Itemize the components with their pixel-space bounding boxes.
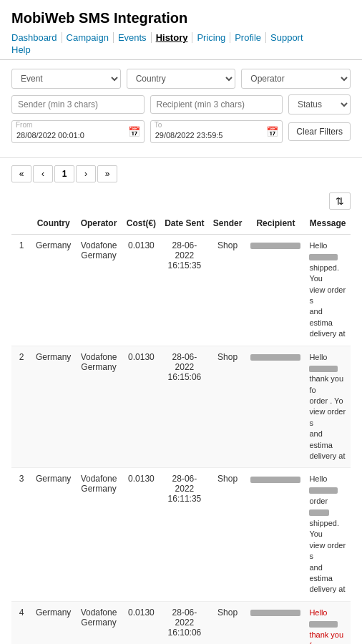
col-country: Country <box>31 213 75 235</box>
row-recipient <box>246 601 305 644</box>
row-message: Hello shipped. Youview order sand estima… <box>305 235 351 346</box>
app-title: MobiWeb SMS Integration <box>11 10 351 26</box>
row-operator: Vodafone Germany <box>75 235 122 346</box>
col-sender: Sender <box>209 213 247 235</box>
row-num: 4 <box>11 601 31 644</box>
row-recipient <box>246 468 305 601</box>
sort-button[interactable]: ⇅ <box>329 192 351 210</box>
row-sender: Shop <box>209 601 247 644</box>
page-first-button[interactable]: « <box>11 165 31 182</box>
row-message: Hello thank you foorder . Yview order sa… <box>305 601 351 644</box>
msg-prefix: Hello <box>309 608 327 617</box>
row-sender: Shop <box>209 346 247 468</box>
msg-prefix: Hello <box>309 353 327 361</box>
table-row: 3 Germany Vodafone Germany 0.0130 28-06-… <box>11 468 351 601</box>
msg-line: order <box>309 497 328 505</box>
redacted-text <box>309 254 338 260</box>
row-date: 28-06-202216:15:06 <box>160 346 209 468</box>
nav-campaign[interactable]: Campaign <box>62 32 114 43</box>
status-select[interactable]: Status <box>288 94 351 114</box>
recipient-redacted <box>250 610 300 616</box>
row-country: Germany <box>31 468 75 601</box>
nav-dashboard[interactable]: Dashboard <box>11 32 62 43</box>
msg-line: and estima <box>309 429 332 449</box>
event-select[interactable]: Event <box>11 69 121 89</box>
nav-row2: Help <box>11 44 351 55</box>
nav-help[interactable]: Help <box>11 44 35 55</box>
from-calendar-icon[interactable]: 📅 <box>128 126 140 137</box>
msg-line: thank you fo <box>309 374 343 394</box>
col-operator: Operator <box>75 213 122 235</box>
msg-line: delivery at <box>309 452 345 460</box>
nav-pricing[interactable]: Pricing <box>192 32 230 43</box>
nav-profile[interactable]: Profile <box>230 32 266 43</box>
table-wrapper: Country Operator Cost(€) Date Sent Sende… <box>0 213 362 644</box>
page-last-button[interactable]: » <box>97 165 117 182</box>
sender-input[interactable] <box>11 95 145 114</box>
msg-line: and estima <box>309 307 332 326</box>
recipient-input[interactable] <box>150 95 283 114</box>
row-cost: 0.0130 <box>122 601 160 644</box>
msg-line: view order s <box>309 286 346 305</box>
msg-line: order . Yo <box>309 396 343 405</box>
col-recipient: Recipient <box>246 213 305 235</box>
country-select[interactable]: Country <box>127 69 236 89</box>
nav-history[interactable]: History <box>152 32 193 43</box>
redacted-text <box>309 366 338 372</box>
msg-line: view order s <box>309 407 346 426</box>
filters-section: Event Country Operator Status From 📅 To … <box>0 60 362 158</box>
row-message: Hello thank you foorder . Yoview order s… <box>305 346 351 468</box>
operator-select[interactable]: Operator <box>241 69 351 89</box>
col-date-sent: Date Sent <box>160 213 209 235</box>
row-operator: Vodafone Germany <box>75 468 122 601</box>
from-date-field: From 📅 <box>11 120 145 143</box>
to-calendar-icon[interactable]: 📅 <box>266 126 278 137</box>
history-table: Country Operator Cost(€) Date Sent Sende… <box>11 213 351 644</box>
recipient-redacted <box>250 477 300 483</box>
page-next-button[interactable]: › <box>76 165 96 182</box>
table-row: 4 Germany Vodafone Germany 0.0130 28-06-… <box>11 601 351 644</box>
row-num: 3 <box>11 468 31 601</box>
row-date: 28-06-202216:10:06 <box>160 601 209 644</box>
page-prev-button[interactable]: ‹ <box>33 165 53 182</box>
nav-support[interactable]: Support <box>266 32 308 43</box>
clear-filters-button[interactable]: Clear Filters <box>288 122 351 141</box>
msg-prefix: Hello <box>309 241 327 250</box>
filter-row-3: From 📅 To 📅 Clear Filters <box>11 120 351 143</box>
row-date: 28-06-202216:11:35 <box>160 468 209 601</box>
redacted-inline <box>309 509 329 516</box>
row-cost: 0.0130 <box>122 346 160 468</box>
row-sender: Shop <box>209 235 247 346</box>
nav-events[interactable]: Events <box>114 32 152 43</box>
row-country: Germany <box>31 235 75 346</box>
filter-row-1: Event Country Operator <box>11 69 351 89</box>
msg-line: and estima <box>309 563 332 582</box>
row-operator: Vodafone Germany <box>75 601 122 644</box>
to-date-field: To 📅 <box>150 120 283 143</box>
to-date-input[interactable] <box>150 120 283 143</box>
msg-prefix: Hello <box>309 474 327 483</box>
row-operator: Vodafone Germany <box>75 346 122 468</box>
redacted-text <box>309 621 338 628</box>
msg-line: thank you fo <box>309 630 343 645</box>
row-num: 2 <box>11 346 31 468</box>
sort-row: ⇅ <box>0 190 362 213</box>
redacted-text <box>309 487 338 494</box>
msg-line: shipped. You <box>309 263 339 283</box>
page-current[interactable]: 1 <box>54 165 74 182</box>
row-message: Hello order shipped. Youview order sand … <box>305 468 351 601</box>
recipient-redacted <box>250 243 300 249</box>
col-message: Message <box>305 213 351 235</box>
to-label: To <box>155 122 162 129</box>
col-num <box>11 213 31 235</box>
row-country: Germany <box>31 346 75 468</box>
row-cost: 0.0130 <box>122 235 160 346</box>
row-recipient <box>246 235 305 346</box>
row-num: 1 <box>11 235 31 346</box>
table-row: 1 Germany Vodafone Germany 0.0130 28-06-… <box>11 235 351 346</box>
table-header-row: Country Operator Cost(€) Date Sent Sende… <box>11 213 351 235</box>
msg-line: delivery at <box>309 329 345 338</box>
filter-row-2: Status <box>11 94 351 114</box>
col-cost: Cost(€) <box>122 213 160 235</box>
from-label: From <box>16 122 32 129</box>
